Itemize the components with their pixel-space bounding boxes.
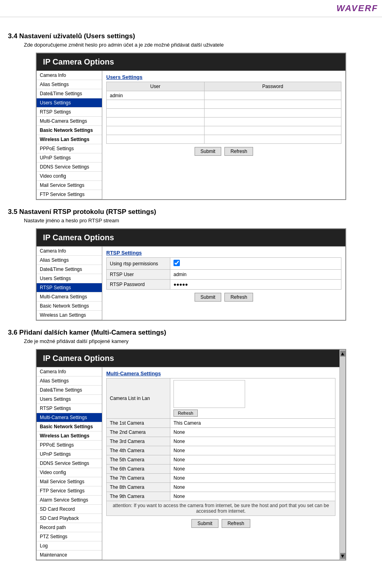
sidebar-item-ftp[interactable]: FTP Service Settings [37, 190, 102, 199]
password-cell [204, 126, 341, 135]
multi-sidebar-ddns[interactable]: DDNS Service Settings [37, 459, 102, 468]
multi-sidebar-rtsp[interactable]: RTSP Settings [37, 404, 102, 413]
scrollbar[interactable]: ▲ ▼ [339, 350, 345, 560]
rtsp-password-label: RTSP Password [107, 280, 170, 290]
rtsp-table: Using rtsp permissions RTSP User admin R… [106, 257, 341, 290]
users-settings-title: Users Settings [102, 71, 345, 82]
cam-4-value: None [170, 446, 335, 455]
user-cell [107, 126, 205, 135]
cam-1-row: The 1st Camera This Camera [107, 419, 335, 428]
multi-panel-body: Camera Info Alias Settings Date&Time Set… [37, 367, 339, 560]
multi-sidebar-alias[interactable]: Alias Settings [37, 376, 102, 386]
cam-8-row: The 8th Camera None [107, 483, 335, 492]
multi-sidebar-upnp[interactable]: UPnP Settings [37, 450, 102, 459]
rtsp-sidebar-camera-info[interactable]: Camera Info [37, 247, 102, 256]
cam-3-row: The 3rd Camera None [107, 437, 335, 446]
cam-1-value: This Camera [170, 419, 335, 428]
cam-6-row: The 6th Camera None [107, 465, 335, 474]
scroll-down-arrow[interactable]: ▼ [340, 553, 345, 559]
rtsp-permissions-checkbox[interactable] [173, 260, 180, 266]
cam-8-label: The 8th Camera [107, 483, 170, 492]
multi-sidebar-log[interactable]: Log [37, 541, 102, 551]
rtsp-sidebar-multicam[interactable]: Multi-Camera Settings [37, 292, 102, 302]
cam-list-value: Refresh [170, 378, 335, 419]
cam-list-textarea[interactable] [173, 380, 245, 408]
multi-submit-button[interactable]: Submit [191, 519, 218, 528]
multi-sidebar-camera-info[interactable]: Camera Info [37, 367, 102, 376]
logo-bar: WAVERF [0, 0, 382, 17]
multi-sidebar-sdcard[interactable]: SD Card Record [37, 505, 102, 514]
multi-sidebar-multicam[interactable]: Multi-Camera Settings [37, 413, 102, 422]
rtsp-panel-body: Camera Info Alias Settings Date&Time Set… [37, 246, 345, 320]
multi-panel: IP Camera Options Camera Info Alias Sett… [36, 349, 346, 561]
multi-sidebar-ftp[interactable]: FTP Service Settings [37, 486, 102, 496]
cam-4-row: The 4th Camera None [107, 446, 335, 455]
multi-sidebar-video[interactable]: Video config [37, 468, 102, 477]
sidebar-item-mail[interactable]: Mail Service Settings [37, 181, 102, 190]
rtsp-user-label: RTSP User [107, 270, 170, 280]
sidebar-item-video[interactable]: Video config [37, 172, 102, 181]
users-content: Users Settings User Password admin [102, 71, 345, 199]
cam-list-refresh-button[interactable]: Refresh [173, 410, 198, 417]
table-row [107, 118, 341, 126]
sidebar-item-upnp[interactable]: UPnP Settings [37, 153, 102, 163]
rtsp-sidebar-wireless[interactable]: Wireless Lan Settings [37, 311, 102, 320]
cam-9-label: The 9th Camera [107, 492, 170, 501]
sidebar-item-wireless[interactable]: Wireless Lan Settings [37, 135, 102, 144]
rtsp-sidebar-alias[interactable]: Alias Settings [37, 256, 102, 265]
password-cell [204, 135, 341, 144]
rtsp-sidebar-basicnet[interactable]: Basic Network Settings [37, 302, 102, 311]
rtsp-row-permissions: Using rtsp permissions [107, 258, 341, 270]
users-submit-button[interactable]: Submit [195, 147, 221, 156]
sidebar-item-users[interactable]: Users Settings [37, 98, 102, 108]
multi-sidebar-datetime[interactable]: Date&Time Settings [37, 386, 102, 395]
multi-sidebar-mail[interactable]: Mail Service Settings [37, 477, 102, 486]
sidebar-item-alias[interactable]: Alias Settings [37, 80, 102, 89]
multi-sidebar-wireless[interactable]: Wireless Lan Settings [37, 431, 102, 441]
sidebar-item-rtsp[interactable]: RTSP Settings [37, 108, 102, 117]
cam-2-value: None [170, 428, 335, 437]
sidebar-item-multicam[interactable]: Multi-Camera Settings [37, 117, 102, 126]
multi-sidebar-recordpath[interactable]: Record path [37, 523, 102, 532]
multi-sidebar-ptz[interactable]: PTZ Settings [37, 532, 102, 541]
sidebar-item-ddns[interactable]: DDNS Service Settings [37, 163, 102, 172]
table-row [107, 100, 341, 109]
cam-7-value: None [170, 474, 335, 483]
rtsp-sidebar-users[interactable]: Users Settings [37, 274, 102, 283]
sidebar-item-pppoe[interactable]: PPPoE Settings [37, 144, 102, 153]
rtsp-submit-bar: Submit Refresh [102, 290, 345, 305]
multi-sidebar-alarm[interactable]: Alarm Service Settings [37, 496, 102, 505]
sidebar-item-basicnet[interactable]: Basic Network Settings [37, 126, 102, 135]
user-cell [107, 109, 205, 118]
user-cell: admin [107, 91, 205, 100]
multi-sidebar-maintenance[interactable]: Maintenance [37, 551, 102, 560]
rtsp-permissions-value [170, 258, 341, 270]
multi-settings-title: Multi-Camera Settings [102, 367, 339, 378]
rtsp-refresh-button[interactable]: Refresh [224, 293, 253, 302]
sidebar-item-datetime[interactable]: Date&Time Settings [37, 89, 102, 98]
cam-2-label: The 2nd Camera [107, 428, 170, 437]
user-cell [107, 135, 205, 144]
section3-heading: 3.6 Přidaní dalších kamer (Multi-Camera … [8, 329, 374, 337]
cam-7-label: The 7th Camera [107, 474, 170, 483]
rtsp-sidebar-datetime[interactable]: Date&Time Settings [37, 265, 102, 274]
rtsp-password-value: ●●●●● [170, 280, 341, 290]
multi-sidebar-users[interactable]: Users Settings [37, 395, 102, 404]
rtsp-sidebar-rtsp[interactable]: RTSP Settings [37, 283, 102, 292]
rtsp-submit-button[interactable]: Submit [195, 293, 221, 302]
users-refresh-button[interactable]: Refresh [224, 147, 253, 156]
scroll-up-arrow[interactable]: ▲ [340, 351, 345, 357]
multi-content: Multi-Camera Settings Camera List in Lan… [102, 367, 339, 560]
multi-sidebar-sdplayback[interactable]: SD Card Playback [37, 514, 102, 523]
table-row: admin [107, 91, 341, 100]
user-cell [107, 100, 205, 109]
password-cell [204, 118, 341, 126]
rtsp-panel: IP Camera Options Camera Info Alias Sett… [36, 228, 346, 321]
section1-heading: 3.4 Nastavení uživatelů (Users settings) [8, 32, 374, 40]
section2-heading: 3.5 Nastavení RTSP protokolu (RTSP setti… [8, 208, 374, 216]
sidebar-item-camera-info[interactable]: Camera Info [37, 71, 102, 80]
multi-refresh-button[interactable]: Refresh [222, 519, 250, 528]
multi-sidebar-pppoe[interactable]: PPPoE Settings [37, 441, 102, 450]
password-cell [204, 91, 341, 100]
multi-sidebar-basicnet[interactable]: Basic Network Settings [37, 422, 102, 431]
